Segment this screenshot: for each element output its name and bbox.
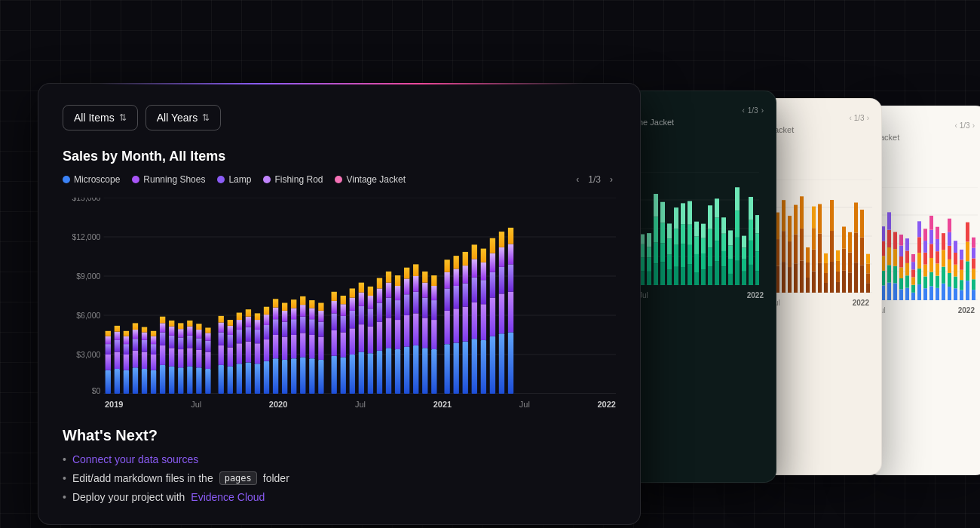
svg-rect-409 [911, 254, 915, 262]
svg-rect-395 [899, 268, 903, 278]
svg-rect-97 [264, 361, 269, 394]
items-dropdown[interactable]: All Items ⇅ [63, 105, 138, 130]
secondary-next-icon[interactable]: › [761, 106, 764, 115]
quaternary-prev-icon[interactable]: ‹ [954, 121, 957, 130]
svg-rect-266 [688, 245, 692, 264]
evidence-cloud-link[interactable]: Evidence Cloud [191, 491, 265, 503]
svg-rect-362 [866, 283, 870, 293]
svg-rect-222 [499, 333, 504, 394]
svg-rect-392 [893, 232, 897, 250]
svg-rect-186 [422, 272, 427, 283]
svg-rect-452 [960, 250, 963, 259]
svg-rect-278 [708, 247, 712, 266]
microscope-label: Microscope [74, 174, 120, 185]
svg-rect-126 [309, 300, 314, 308]
svg-rect-175 [404, 278, 409, 294]
svg-rect-12 [106, 370, 111, 394]
svg-rect-24 [124, 344, 129, 355]
svg-rect-400 [905, 275, 909, 287]
svg-rect-21 [115, 326, 120, 332]
svg-rect-420 [923, 229, 927, 241]
svg-rect-291 [728, 245, 733, 259]
svg-rect-408 [911, 262, 915, 269]
svg-rect-76 [219, 316, 224, 323]
svg-rect-65 [196, 330, 201, 338]
svg-rect-33 [142, 352, 147, 370]
svg-text:$12,000: $12,000 [72, 232, 100, 241]
svg-rect-255 [667, 238, 672, 255]
svg-rect-59 [187, 336, 192, 348]
legend-next-icon[interactable]: › [607, 173, 616, 186]
svg-rect-60 [187, 327, 192, 336]
svg-rect-138 [341, 333, 346, 358]
whats-next-section: What's Next? Connect your data sources E… [63, 427, 616, 503]
svg-rect-242 [647, 257, 651, 271]
svg-rect-455 [966, 241, 969, 261]
svg-rect-198 [454, 309, 459, 342]
svg-rect-55 [178, 329, 183, 337]
svg-rect-89 [246, 327, 251, 342]
svg-rect-304 [749, 197, 753, 220]
svg-rect-46 [160, 317, 165, 324]
svg-rect-244 [647, 233, 651, 247]
svg-rect-77 [228, 367, 233, 394]
svg-rect-93 [255, 343, 260, 364]
svg-rect-116 [291, 299, 296, 308]
x-label-2020: 2020 [269, 400, 287, 409]
svg-rect-450 [960, 270, 963, 280]
svg-rect-286 [721, 251, 726, 266]
svg-rect-385 [887, 265, 891, 282]
svg-rect-418 [923, 253, 927, 265]
svg-rect-64 [196, 338, 201, 350]
svg-rect-151 [359, 283, 364, 293]
svg-rect-269 [694, 272, 699, 285]
svg-rect-103 [273, 335, 278, 358]
svg-rect-79 [228, 335, 233, 347]
legend-prev-icon[interactable]: ‹ [573, 173, 582, 186]
svg-rect-108 [282, 337, 287, 360]
svg-rect-412 [917, 253, 921, 269]
svg-rect-302 [749, 241, 753, 265]
svg-rect-204 [463, 284, 468, 307]
connect-data-link[interactable]: Connect your data sources [72, 453, 198, 465]
svg-rect-299 [742, 247, 746, 259]
quaternary-next-icon[interactable]: › [972, 121, 975, 130]
svg-rect-305 [755, 271, 759, 285]
svg-rect-280 [708, 205, 712, 229]
svg-rect-133 [332, 330, 337, 356]
svg-rect-220 [490, 253, 495, 272]
svg-rect-124 [309, 319, 314, 335]
svg-rect-414 [917, 221, 921, 237]
svg-rect-17 [115, 369, 120, 394]
secondary-prev-icon[interactable]: ‹ [742, 106, 744, 115]
items-label: All Items [74, 112, 115, 124]
svg-rect-129 [318, 322, 323, 337]
lamp-dot [217, 176, 225, 183]
x-label-jul3: Jul [519, 400, 530, 409]
svg-rect-225 [499, 247, 504, 267]
svg-rect-328 [800, 196, 804, 229]
svg-rect-461 [972, 248, 975, 259]
svg-rect-448 [960, 290, 963, 300]
svg-rect-92 [255, 364, 260, 394]
svg-rect-254 [667, 255, 672, 270]
tertiary-next-icon[interactable]: › [867, 114, 869, 122]
svg-rect-330 [806, 262, 810, 278]
svg-rect-456 [966, 223, 969, 242]
svg-rect-277 [708, 267, 712, 285]
whats-next-item-2: Edit/add markdown files in the pages fol… [63, 471, 616, 485]
svg-rect-410 [917, 284, 921, 300]
svg-rect-213 [481, 304, 486, 340]
years-dropdown[interactable]: All Years ⇅ [145, 105, 221, 130]
svg-rect-355 [848, 232, 852, 253]
svg-rect-152 [368, 353, 373, 394]
tertiary-prev-icon[interactable]: ‹ [849, 114, 851, 122]
svg-rect-423 [929, 258, 933, 272]
svg-rect-457 [972, 290, 975, 300]
chart-area: $15,000 $12,000 $9,000 $6,000 $3,000 $0 [63, 198, 616, 394]
svg-rect-364 [866, 264, 870, 274]
svg-rect-260 [674, 207, 678, 229]
svg-rect-143 [350, 328, 355, 355]
svg-rect-229 [508, 264, 513, 291]
svg-rect-434 [942, 267, 945, 284]
